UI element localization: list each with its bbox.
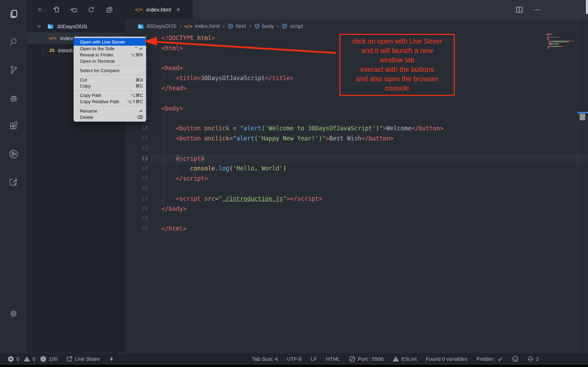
menu-item-open-to-the-side[interactable]: Open to the Side^ ↵	[74, 46, 146, 52]
code-line: 12	[126, 144, 578, 154]
annotation-line: and it will launch a new	[340, 46, 454, 55]
symbol-cube-icon	[228, 23, 233, 29]
indent-guide	[177, 163, 177, 174]
menu-item-copy[interactable]: Copy⌘C	[74, 83, 146, 89]
minimap-line	[547, 48, 578, 49]
tab-size-status[interactable]: Tab Size: 4	[252, 356, 278, 362]
overview-ruler	[578, 0, 578, 353]
prettier-status[interactable]: Prettier:	[476, 356, 503, 362]
breadcrumb-script[interactable]: script	[282, 23, 303, 29]
breadcrumb-html[interactable]: html	[228, 23, 246, 29]
menu-item-open-with-live-server[interactable]: Open with Live Server	[74, 38, 146, 46]
smiley-icon	[512, 355, 519, 362]
breadcrumb-file[interactable]: </> index.html	[184, 23, 219, 29]
scrollbar-artifact	[586, 0, 588, 14]
variables-status[interactable]: Found 0 variables	[426, 356, 467, 362]
menu-item-copy-relative-path[interactable]: Copy Relative Path⌥⇧⌘C	[74, 99, 146, 105]
breadcrumb-label: index.html	[195, 23, 220, 29]
annotation-box: click on open with Live Sever and it wil…	[339, 34, 455, 96]
menu-separator	[74, 91, 146, 91]
breadcrumb-label: script	[290, 23, 303, 29]
lightning-status[interactable]	[109, 356, 114, 362]
minimap[interactable]	[547, 34, 578, 49]
breadcrumb-label: 30DaysOfJS	[146, 23, 176, 29]
html-code-icon: </>	[49, 36, 57, 41]
breadcrumb-separator: ›	[249, 23, 251, 29]
status-bar: 0 0 100 Live Share Tab Size: 4 UTF-8 LF …	[0, 353, 588, 367]
eol-status[interactable]: LF	[311, 356, 317, 362]
tab-index-html[interactable]: </> index.html ×	[126, 0, 193, 19]
notifications-status[interactable]: 2	[528, 356, 539, 362]
code-line: 11 <button onclick="alert('Happy New Yea…	[126, 133, 578, 144]
indent-guide	[163, 73, 164, 83]
annotation-line: and also open the browser	[340, 74, 454, 84]
port-status[interactable]: Port : 5500	[349, 356, 383, 362]
code-line: 18</body>	[126, 204, 578, 214]
bell-icon	[528, 356, 534, 362]
code-line: 13 <script>	[126, 154, 578, 164]
warning-count: 0	[32, 356, 35, 362]
language-status[interactable]: HTML	[326, 356, 340, 362]
menu-item-delete[interactable]: Delete⌫	[74, 114, 146, 120]
info-icon	[40, 356, 46, 362]
split-editor-icon[interactable]	[515, 6, 523, 14]
live-share-icon[interactable]	[8, 148, 20, 160]
circle-slash-icon	[349, 356, 355, 362]
menu-item-rename[interactable]: Rename↵	[74, 108, 146, 114]
breadcrumb-folder[interactable]: 30DaysOfJS	[138, 23, 176, 29]
live-share-label: Live Share	[75, 356, 100, 362]
menu-separator	[74, 106, 146, 106]
eslint-status[interactable]: ESLint	[393, 356, 417, 362]
search-icon[interactable]	[8, 36, 20, 48]
breadcrumb-label: html	[236, 23, 246, 29]
folder-row-30daysofjs[interactable]: 30DaysOfJS	[27, 21, 126, 32]
folder-label: 30DaysOfJS	[57, 23, 87, 30]
menu-item-open-in-terminal[interactable]: Open in Terminal	[74, 58, 146, 64]
annotation-line: interact with the buttons	[340, 65, 454, 74]
extensions-icon[interactable]	[8, 120, 20, 132]
menu-item-cut[interactable]: Cut⌘X	[74, 77, 146, 83]
menu-item-select-for-compare[interactable]: Select for Compare	[74, 67, 146, 74]
menu-separator	[74, 66, 146, 66]
folder-icon	[138, 24, 144, 29]
collapse-folders-icon[interactable]	[105, 5, 114, 14]
code-line: 8<body>	[126, 104, 578, 114]
code-line: 9	[126, 113, 578, 123]
error-icon	[8, 356, 14, 362]
code-line: 10 <button onclick = "alert('Welcome to …	[126, 123, 578, 133]
vscode-window: { "colors": { "editor_bg": "#282c34", "s…	[0, 0, 588, 367]
lightning-icon	[109, 356, 114, 362]
explorer-icon[interactable]	[8, 8, 20, 20]
new-folder-icon[interactable]	[69, 5, 78, 14]
encoding-status[interactable]: UTF-8	[287, 356, 302, 362]
warning-icon	[393, 356, 399, 362]
context-menu: Open with Live Server Open to the Side^ …	[74, 37, 146, 122]
annotation-line: window tab	[340, 55, 454, 65]
scrollbar-thumb[interactable]	[580, 114, 585, 120]
settings-gear-icon[interactable]	[8, 308, 20, 320]
problems-status[interactable]: 0 0 100	[8, 356, 58, 362]
close-icon[interactable]: ×	[176, 6, 180, 13]
info-count: 100	[49, 356, 58, 362]
breadcrumbs: 30DaysOfJS › </> index.html › html › bod…	[126, 19, 588, 33]
breadcrumb-separator: ›	[277, 23, 279, 29]
share-icon	[67, 356, 73, 362]
more-actions-icon[interactable]	[533, 6, 541, 14]
code-line: 16	[126, 184, 578, 194]
overview-ruler-cursor-marker	[578, 112, 588, 113]
js-icon: JS	[49, 48, 55, 53]
source-control-icon[interactable]	[8, 64, 20, 76]
live-share-status[interactable]: Live Share	[67, 356, 100, 362]
menu-item-copy-path[interactable]: Copy Path⌥⌘C	[74, 92, 146, 99]
refresh-icon[interactable]	[86, 5, 96, 14]
breadcrumb-body[interactable]: body	[254, 23, 274, 29]
symbol-cube-icon	[282, 23, 287, 29]
new-file-icon[interactable]	[52, 5, 61, 14]
publish-icon[interactable]	[8, 176, 20, 188]
chevron-down-icon	[37, 24, 42, 29]
feedback-status[interactable]	[512, 355, 519, 362]
menu-item-reveal-in-finder[interactable]: Reveal in Finder⌥⌘R	[74, 52, 146, 58]
run-debug-icon[interactable]	[8, 92, 20, 104]
tab-bar: </> index.html ×	[126, 0, 588, 19]
explorer-header: E...	[27, 0, 126, 19]
